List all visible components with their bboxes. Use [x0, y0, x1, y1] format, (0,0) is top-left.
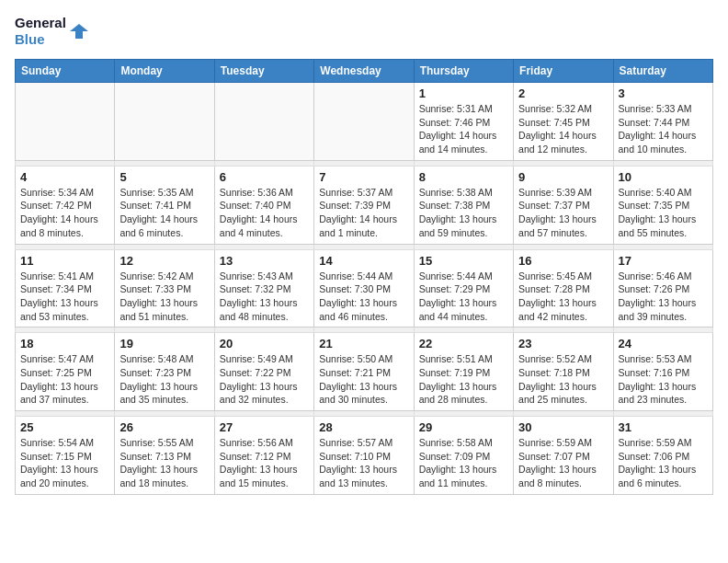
calendar-day-19: 19Sunrise: 5:48 AMSunset: 7:23 PMDayligh…: [115, 333, 214, 411]
day-number: 12: [119, 254, 209, 268]
day-number: 22: [419, 337, 508, 350]
calendar-header-row: SundayMondayTuesdayWednesdayThursdayFrid…: [16, 60, 713, 83]
day-info: Sunrise: 5:58 AMSunset: 7:09 PMDaylight:…: [419, 436, 508, 490]
col-header-tuesday: Tuesday: [214, 60, 313, 83]
day-number: 8: [419, 170, 508, 184]
calendar-week-4: 25Sunrise: 5:54 AMSunset: 7:15 PMDayligh…: [16, 417, 713, 495]
day-info: Sunrise: 5:32 AMSunset: 7:45 PMDaylight:…: [518, 102, 608, 156]
day-info: Sunrise: 5:43 AMSunset: 7:32 PMDaylight:…: [220, 270, 309, 324]
day-info: Sunrise: 5:47 AMSunset: 7:25 PMDaylight:…: [20, 352, 109, 407]
calendar-day-4: 4Sunrise: 5:34 AMSunset: 7:42 PMDaylight…: [16, 166, 115, 244]
calendar-day-29: 29Sunrise: 5:58 AMSunset: 7:09 PMDayligh…: [414, 417, 513, 495]
day-info: Sunrise: 5:38 AMSunset: 7:38 PMDaylight:…: [419, 186, 508, 240]
calendar-day-10: 10Sunrise: 5:40 AMSunset: 7:35 PMDayligh…: [613, 166, 712, 244]
calendar-week-2: 11Sunrise: 5:41 AMSunset: 7:34 PMDayligh…: [16, 249, 713, 327]
day-info: Sunrise: 5:34 AMSunset: 7:42 PMDaylight:…: [20, 186, 109, 240]
calendar-day-12: 12Sunrise: 5:42 AMSunset: 7:33 PMDayligh…: [115, 249, 214, 327]
day-info: Sunrise: 5:36 AMSunset: 7:40 PMDaylight:…: [220, 186, 309, 240]
svg-marker-0: [70, 24, 88, 39]
day-info: Sunrise: 5:53 AMSunset: 7:16 PMDaylight:…: [619, 352, 708, 407]
day-info: Sunrise: 5:39 AMSunset: 7:37 PMDaylight:…: [518, 186, 608, 240]
col-header-saturday: Saturday: [613, 60, 712, 83]
day-number: 16: [518, 254, 608, 268]
col-header-thursday: Thursday: [414, 60, 513, 83]
calendar-day-13: 13Sunrise: 5:43 AMSunset: 7:32 PMDayligh…: [214, 249, 313, 327]
day-info: Sunrise: 5:54 AMSunset: 7:15 PMDaylight:…: [20, 436, 109, 490]
calendar-day-9: 9Sunrise: 5:39 AMSunset: 7:37 PMDaylight…: [514, 166, 613, 244]
logo-bird-icon: [70, 22, 88, 40]
day-number: 27: [220, 420, 309, 434]
calendar-day-5: 5Sunrise: 5:35 AMSunset: 7:41 PMDaylight…: [115, 166, 214, 244]
day-info: Sunrise: 5:31 AMSunset: 7:46 PMDaylight:…: [419, 102, 508, 156]
calendar-day-empty-2: [214, 83, 313, 161]
day-info: Sunrise: 5:33 AMSunset: 7:44 PMDaylight:…: [619, 102, 708, 156]
day-info: Sunrise: 5:42 AMSunset: 7:33 PMDaylight:…: [119, 270, 209, 324]
day-info: Sunrise: 5:44 AMSunset: 7:30 PMDaylight:…: [319, 270, 408, 324]
day-number: 31: [619, 420, 708, 434]
day-number: 3: [619, 86, 708, 100]
day-info: Sunrise: 5:57 AMSunset: 7:10 PMDaylight:…: [319, 436, 408, 490]
day-number: 10: [619, 170, 708, 184]
day-info: Sunrise: 5:37 AMSunset: 7:39 PMDaylight:…: [319, 186, 408, 240]
calendar-day-8: 8Sunrise: 5:38 AMSunset: 7:38 PMDaylight…: [414, 166, 513, 244]
day-number: 29: [419, 420, 508, 434]
calendar-table: SundayMondayTuesdayWednesdayThursdayFrid…: [15, 59, 713, 495]
day-info: Sunrise: 5:56 AMSunset: 7:12 PMDaylight:…: [220, 436, 309, 490]
day-info: Sunrise: 5:49 AMSunset: 7:22 PMDaylight:…: [220, 352, 309, 407]
calendar-day-25: 25Sunrise: 5:54 AMSunset: 7:15 PMDayligh…: [16, 417, 115, 495]
day-number: 4: [20, 170, 109, 184]
calendar-day-15: 15Sunrise: 5:44 AMSunset: 7:29 PMDayligh…: [414, 249, 513, 327]
day-number: 28: [319, 420, 408, 434]
logo-text: GeneralBlue: [15, 15, 66, 48]
day-number: 21: [319, 337, 408, 350]
calendar-day-1: 1Sunrise: 5:31 AMSunset: 7:46 PMDaylight…: [414, 83, 513, 161]
calendar-day-11: 11Sunrise: 5:41 AMSunset: 7:34 PMDayligh…: [16, 249, 115, 327]
calendar-day-2: 2Sunrise: 5:32 AMSunset: 7:45 PMDaylight…: [514, 83, 613, 161]
calendar-week-0: 1Sunrise: 5:31 AMSunset: 7:46 PMDaylight…: [16, 83, 713, 161]
page-header: GeneralBlue: [15, 15, 713, 48]
day-number: 30: [518, 420, 608, 434]
calendar-day-empty-3: [314, 83, 414, 161]
day-info: Sunrise: 5:51 AMSunset: 7:19 PMDaylight:…: [419, 352, 508, 407]
day-info: Sunrise: 5:44 AMSunset: 7:29 PMDaylight:…: [419, 270, 508, 324]
col-header-sunday: Sunday: [16, 60, 115, 83]
calendar-day-20: 20Sunrise: 5:49 AMSunset: 7:22 PMDayligh…: [214, 333, 313, 411]
calendar-day-18: 18Sunrise: 5:47 AMSunset: 7:25 PMDayligh…: [16, 333, 115, 411]
calendar-day-21: 21Sunrise: 5:50 AMSunset: 7:21 PMDayligh…: [314, 333, 414, 411]
calendar-day-14: 14Sunrise: 5:44 AMSunset: 7:30 PMDayligh…: [314, 249, 414, 327]
day-info: Sunrise: 5:59 AMSunset: 7:07 PMDaylight:…: [518, 436, 608, 490]
day-info: Sunrise: 5:48 AMSunset: 7:23 PMDaylight:…: [119, 352, 209, 407]
calendar-day-16: 16Sunrise: 5:45 AMSunset: 7:28 PMDayligh…: [514, 249, 613, 327]
day-number: 6: [220, 170, 309, 184]
calendar-day-26: 26Sunrise: 5:55 AMSunset: 7:13 PMDayligh…: [115, 417, 214, 495]
day-info: Sunrise: 5:52 AMSunset: 7:18 PMDaylight:…: [518, 352, 608, 407]
day-number: 1: [419, 86, 508, 100]
calendar-day-23: 23Sunrise: 5:52 AMSunset: 7:18 PMDayligh…: [514, 333, 613, 411]
day-info: Sunrise: 5:40 AMSunset: 7:35 PMDaylight:…: [619, 186, 708, 240]
calendar-day-3: 3Sunrise: 5:33 AMSunset: 7:44 PMDaylight…: [613, 83, 712, 161]
day-number: 19: [119, 337, 209, 350]
day-number: 14: [319, 254, 408, 268]
logo: GeneralBlue: [15, 15, 88, 48]
calendar-day-30: 30Sunrise: 5:59 AMSunset: 7:07 PMDayligh…: [514, 417, 613, 495]
day-number: 18: [20, 337, 109, 350]
day-number: 17: [619, 254, 708, 268]
day-info: Sunrise: 5:45 AMSunset: 7:28 PMDaylight:…: [518, 270, 608, 324]
day-info: Sunrise: 5:50 AMSunset: 7:21 PMDaylight:…: [319, 352, 408, 407]
calendar-day-7: 7Sunrise: 5:37 AMSunset: 7:39 PMDaylight…: [314, 166, 414, 244]
day-number: 23: [518, 337, 608, 350]
calendar-day-31: 31Sunrise: 5:59 AMSunset: 7:06 PMDayligh…: [613, 417, 712, 495]
day-number: 5: [119, 170, 209, 184]
calendar-day-22: 22Sunrise: 5:51 AMSunset: 7:19 PMDayligh…: [414, 333, 513, 411]
calendar-week-1: 4Sunrise: 5:34 AMSunset: 7:42 PMDaylight…: [16, 166, 713, 244]
day-number: 24: [619, 337, 708, 350]
calendar-day-24: 24Sunrise: 5:53 AMSunset: 7:16 PMDayligh…: [613, 333, 712, 411]
col-header-monday: Monday: [115, 60, 214, 83]
col-header-friday: Friday: [514, 60, 613, 83]
calendar-day-17: 17Sunrise: 5:46 AMSunset: 7:26 PMDayligh…: [613, 249, 712, 327]
day-info: Sunrise: 5:59 AMSunset: 7:06 PMDaylight:…: [619, 436, 708, 490]
day-number: 20: [220, 337, 309, 350]
day-number: 26: [119, 420, 209, 434]
day-number: 15: [419, 254, 508, 268]
day-number: 11: [20, 254, 109, 268]
